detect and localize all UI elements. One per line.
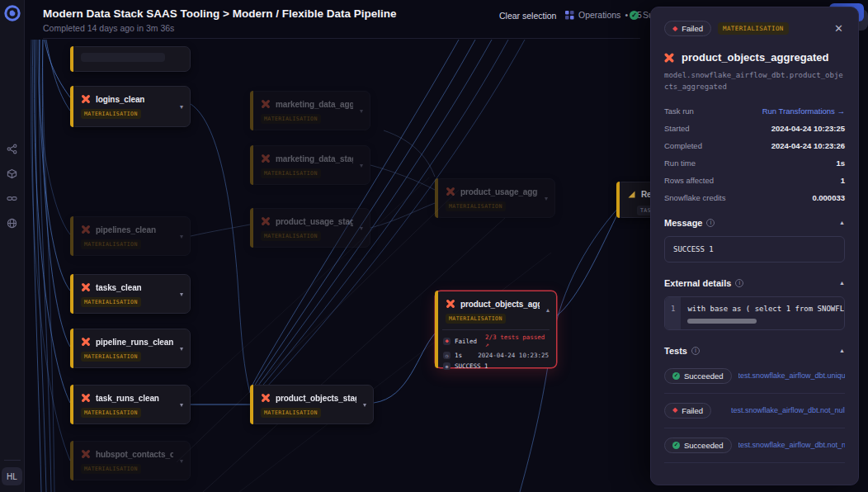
materialisation-badge: MATERIALISATION: [81, 352, 141, 362]
node-accent-stripe: [70, 441, 73, 480]
tests-passed-link[interactable]: 2/3 tests passed ↗: [485, 334, 549, 348]
dbt-icon: [81, 225, 91, 234]
node-task_runs_clean[interactable]: task_runs_clean ▾ MATERIALISATION: [70, 385, 191, 424]
node-label: pipeline_runs_clean: [96, 338, 173, 347]
clear-selection-button[interactable]: Clear selection: [499, 11, 556, 21]
node-pipelines_clean[interactable]: pipelines_clean ▾ MATERIALISATION: [70, 216, 191, 256]
test-row: ◆ Failed test.snowflake_airflow_dbt.not_…: [664, 394, 845, 428]
chevron-down-icon[interactable]: ▾: [360, 107, 363, 115]
node-hubspot_contacts_clean[interactable]: hubspot_contacts_clean ▾ MATERIALISATION: [70, 441, 191, 480]
collapse-icon[interactable]: ▲: [839, 280, 845, 286]
detail-value[interactable]: Run Transformations →: [762, 106, 845, 116]
chevron-down-icon[interactable]: ▾: [180, 401, 183, 409]
chevron-down-icon[interactable]: ▾: [360, 162, 363, 169]
page-title: Modern Data Stack SAAS Tooling > Modern …: [43, 7, 396, 20]
chevron-down-icon[interactable]: ▾: [545, 195, 548, 202]
message-heading: Message: [664, 218, 702, 228]
node-accent-stripe: [435, 178, 438, 218]
test-row: ✓ Succeeded test.snowflake_airflow_dbt.u…: [664, 359, 845, 394]
detail-value: 0.000033: [812, 193, 845, 202]
node-label: marketing_data_staging: [276, 154, 353, 163]
node-accent-stripe: [70, 329, 73, 368]
test-status-label: Succeeded: [684, 371, 724, 381]
materialisation-badge: MATERIALISATION: [81, 408, 141, 418]
app-logo-icon[interactable]: [4, 5, 21, 21]
node-product_usage_staging[interactable]: product_usage_staging ▾ MATERIALISATION: [250, 208, 370, 248]
dbt-icon: [664, 53, 674, 63]
tests-heading: Tests: [664, 346, 687, 356]
test-status-label: Failed: [682, 406, 703, 415]
chevron-down-icon[interactable]: ▾: [180, 233, 183, 240]
node-pipeline_runs_clean[interactable]: pipeline_runs_clean ▾ MATERIALISATION: [70, 329, 191, 368]
chevron-down-icon[interactable]: ▾: [180, 103, 183, 111]
left-sidebar: HL: [0, 0, 25, 492]
test-link[interactable]: test.snowflake_airflow_dbt.not_null_pr: [738, 441, 845, 449]
external-details-section: External details i ▲ 1 with base as ( se…: [664, 278, 845, 330]
data-globe-icon[interactable]: [7, 218, 17, 229]
materialisation-badge: MATERIALISATION: [261, 114, 321, 124]
detail-value: 1s: [836, 158, 845, 168]
detail-label: Rows affected: [664, 176, 714, 185]
header-divider: [43, 38, 640, 39]
succeeded-check-icon: ✓: [630, 11, 639, 20]
pipeline-graph-icon[interactable]: [7, 144, 17, 154]
dbt-icon: [261, 154, 271, 163]
connections-link-icon[interactable]: [7, 193, 17, 204]
detail-row: Rows affected 1: [664, 176, 845, 185]
detail-row: Completed 2024-04-24 10:23:26: [664, 141, 845, 150]
detail-label: Task run: [664, 106, 694, 116]
test-status-badge: ✓ Succeeded: [664, 438, 732, 453]
chevron-down-icon[interactable]: ▾: [363, 401, 366, 409]
node-marketing_data_aggregated[interactable]: marketing_data_aggregated ▾ MATERIALISAT…: [250, 91, 370, 130]
materialisation-badge: MATERIALISATION: [81, 109, 141, 119]
info-icon[interactable]: i: [706, 219, 715, 227]
node-label: product_usage_staging: [276, 217, 353, 226]
dbt-icon: [81, 282, 91, 292]
run-details: Task run Run Transformations →Started 20…: [664, 106, 845, 202]
node-logins_clean[interactable]: logins_clean ▾ MATERIALISATION: [70, 86, 191, 127]
node-label: tasks_clean: [96, 283, 142, 292]
horizontal-scrollbar[interactable]: [687, 319, 757, 324]
message-dot-icon: ◉: [443, 362, 451, 370]
node-label: task_runs_clean: [96, 394, 159, 403]
details-panel: ◆ Failed MATERIALISATION ✕ product_objec…: [650, 7, 859, 485]
info-icon[interactable]: i: [735, 279, 743, 287]
test-link[interactable]: test.snowflake_airflow_dbt.unique_pro: [738, 371, 845, 380]
package-cube-icon[interactable]: [7, 168, 17, 179]
chevron-down-icon[interactable]: ▾: [180, 345, 183, 352]
collapse-icon[interactable]: ▲: [839, 220, 845, 225]
node-label: pipelines_clean: [96, 225, 156, 234]
chevron-down-icon[interactable]: ▾: [180, 291, 183, 298]
chevron-up-icon[interactable]: ▴: [546, 306, 550, 314]
model-path: model.snowflake_airflow_dbt.product_obje…: [664, 70, 845, 93]
chevron-down-icon[interactable]: ▾: [180, 457, 183, 465]
node-marketing_data_staging[interactable]: marketing_data_staging ▾ MATERIALISATION: [250, 145, 370, 185]
sql-code-block: 1 with base as ( select 1 from SNOWFLAKE: [664, 296, 845, 330]
detail-row: Snowflake credits 0.000033: [664, 193, 845, 202]
user-avatar[interactable]: HL: [2, 467, 22, 485]
dbt-icon: [261, 393, 271, 403]
node-product_objects_aggregated[interactable]: product_objects_aggregated ▴ MATERIALISA…: [435, 291, 557, 368]
close-icon[interactable]: ✕: [834, 22, 845, 35]
node-accent-stripe: [70, 46, 73, 72]
materialisation-badge: MATERIALISATION: [81, 297, 141, 307]
node-accent-stripe: [250, 208, 253, 248]
node-product_objects_staging[interactable]: product_objects_staging ▾ MATERIALISATIO…: [250, 385, 374, 424]
node-label: hubspot_contacts_clean: [96, 450, 173, 459]
test-row: ✓ Succeeded test.snowflake_airflow_dbt.n…: [664, 428, 845, 463]
node-product_usage_aggregated[interactable]: product_usage_aggregated ▾ MATERIALISATI…: [435, 178, 555, 218]
detail-label: Snowflake credits: [664, 193, 725, 202]
detail-label: Completed: [664, 141, 702, 150]
clipped-node-content: [81, 53, 165, 62]
node-tasks_clean[interactable]: tasks_clean ▾ MATERIALISATION: [70, 274, 191, 314]
node-top_partial[interactable]: [70, 46, 191, 72]
node-label: product_objects_staging: [276, 394, 356, 403]
test-link[interactable]: test.snowflake_airflow_dbt.not_null_pr: [731, 406, 845, 414]
info-icon[interactable]: i: [691, 347, 700, 355]
collapse-icon[interactable]: ▲: [839, 348, 845, 353]
message-content: SUCCESS 1: [664, 236, 845, 263]
node-label: marketing_data_aggregated: [276, 100, 353, 109]
node-label: product_usage_aggregated: [460, 187, 538, 196]
failed-diamond-icon: ◆: [672, 407, 677, 414]
chevron-down-icon[interactable]: ▾: [360, 225, 363, 232]
